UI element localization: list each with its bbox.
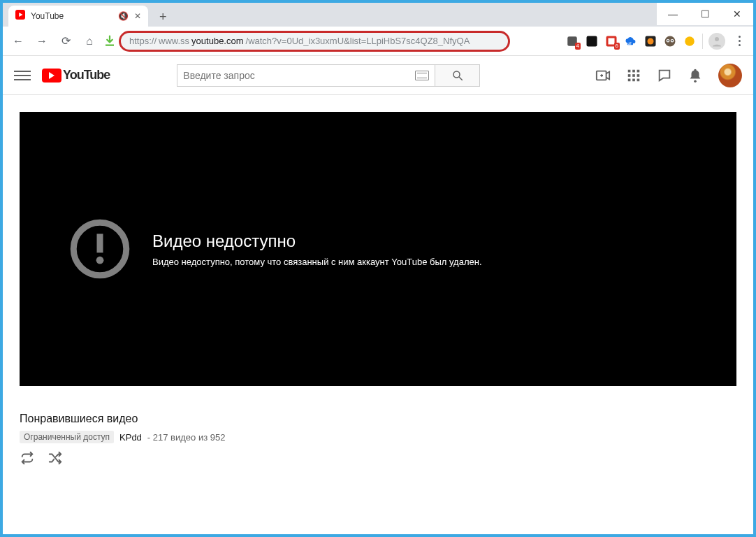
svg-point-14: [685, 36, 695, 46]
svg-rect-30: [97, 234, 103, 252]
maximize-button[interactable]: ☐: [689, 3, 721, 25]
tab-title: YouTube: [31, 11, 112, 21]
svg-rect-2: [587, 36, 597, 46]
search-icon: [451, 69, 464, 82]
browser-menu-button[interactable]: [731, 36, 748, 46]
playlist-section: Понравившиеся видео Ограниченный доступ …: [20, 403, 736, 471]
url-path: /watch?v=0Ud_ix3uxmU&list=LLpiHbS7sc4QZ8…: [246, 36, 470, 46]
url-domain: youtube.com: [191, 36, 243, 46]
playlist-controls: [20, 450, 736, 466]
svg-rect-21: [637, 69, 640, 72]
forward-button[interactable]: →: [32, 31, 52, 51]
mute-icon[interactable]: 🔇: [118, 11, 129, 21]
svg-rect-23: [632, 74, 635, 77]
svg-rect-20: [632, 69, 635, 72]
svg-point-9: [665, 36, 676, 46]
svg-rect-24: [637, 74, 640, 77]
ext-cloud-off[interactable]: off: [624, 34, 638, 48]
error-body: Видео недоступно, потому что связанный с…: [152, 257, 482, 267]
svg-text:off: off: [628, 41, 632, 45]
svg-rect-25: [628, 78, 631, 81]
browser-tab[interactable]: YouTube 🔇 ✕: [8, 6, 148, 27]
error-box: Видео недоступно Видео недоступно, потом…: [68, 217, 482, 280]
savefrom-icon: [103, 35, 116, 48]
svg-line-17: [459, 77, 463, 80]
svg-point-28: [694, 80, 697, 83]
new-tab-button[interactable]: +: [154, 7, 173, 27]
privacy-badge: Ограниченный доступ: [20, 431, 114, 443]
error-title: Видео недоступно: [152, 231, 482, 251]
playlist-counter: - 217 видео из 952: [147, 432, 226, 443]
keyboard-icon[interactable]: [415, 71, 429, 80]
svg-rect-26: [632, 78, 635, 81]
search-button[interactable]: [435, 64, 480, 87]
youtube-logo[interactable]: YouTube: [42, 68, 110, 83]
profile-avatar-icon[interactable]: [708, 33, 725, 50]
minimize-button[interactable]: —: [657, 3, 689, 25]
search-wrap: [177, 64, 480, 87]
video-player[interactable]: Видео недоступно Видео недоступно, потом…: [20, 112, 736, 386]
back-button[interactable]: ←: [8, 31, 28, 51]
youtube-favicon-icon: [15, 10, 25, 22]
upload-button[interactable]: [595, 68, 611, 83]
address-wrap: https:// www.ss youtube.com /watch?v=0Ud…: [103, 31, 510, 52]
address-bar[interactable]: https:// www.ss youtube.com /watch?v=0Ud…: [119, 31, 510, 52]
close-window-button[interactable]: ✕: [721, 3, 753, 25]
ext-yellow[interactable]: [683, 34, 697, 48]
ext-orange[interactable]: [644, 34, 657, 48]
error-text: Видео недоступно Видео недоступно, потом…: [152, 231, 482, 267]
svg-point-12: [667, 40, 669, 41]
hamburger-button[interactable]: [14, 67, 31, 84]
loop-button[interactable]: [20, 450, 35, 466]
badge-4: 4: [575, 43, 581, 50]
svg-point-13: [671, 40, 673, 41]
youtube-logo-text: YouTube: [63, 68, 110, 83]
warning-icon: [68, 217, 131, 280]
tab-strip: YouTube 🔇 ✕ +: [3, 3, 753, 27]
ext-badge4[interactable]: 4: [565, 34, 579, 48]
playlist-title: Понравившиеся видео: [20, 413, 736, 425]
extension-row: 4 6 off: [565, 33, 748, 50]
user-avatar[interactable]: [718, 64, 742, 87]
messages-button[interactable]: [657, 68, 672, 83]
search-box[interactable]: [177, 64, 435, 87]
content-area: Видео недоступно Видео недоступно, потом…: [3, 95, 753, 471]
url-scheme: https://: [129, 36, 157, 46]
svg-point-8: [648, 38, 654, 44]
svg-point-16: [453, 71, 460, 78]
ext-owl[interactable]: [663, 34, 677, 48]
search-input[interactable]: [183, 70, 415, 81]
svg-point-15: [715, 37, 719, 41]
separator: [702, 34, 703, 49]
svg-rect-19: [628, 69, 631, 72]
window-controls: — ☐ ✕: [657, 3, 753, 25]
svg-rect-22: [628, 74, 631, 77]
shuffle-button[interactable]: [48, 450, 63, 466]
youtube-header-right: [595, 64, 742, 87]
home-button[interactable]: ⌂: [80, 31, 99, 51]
playlist-owner[interactable]: KPdd: [119, 432, 142, 443]
apps-button[interactable]: [626, 68, 641, 83]
svg-point-31: [96, 257, 104, 264]
browser-toolbar: ← → ⟳ ⌂ https:// www.ss youtube.com /wat…: [3, 27, 753, 56]
reload-button[interactable]: ⟳: [56, 31, 75, 51]
playlist-meta: Ограниченный доступ KPdd - 217 видео из …: [20, 431, 736, 443]
ext-dark[interactable]: [585, 34, 599, 48]
url-sub: www.ss: [159, 36, 189, 46]
close-tab-icon[interactable]: ✕: [134, 11, 141, 21]
youtube-header: YouTube: [3, 56, 753, 95]
svg-rect-27: [637, 78, 640, 81]
badge-6: 6: [614, 43, 620, 50]
youtube-play-icon: [42, 69, 61, 83]
notifications-button[interactable]: [688, 68, 703, 83]
ext-red6[interactable]: 6: [604, 34, 618, 48]
